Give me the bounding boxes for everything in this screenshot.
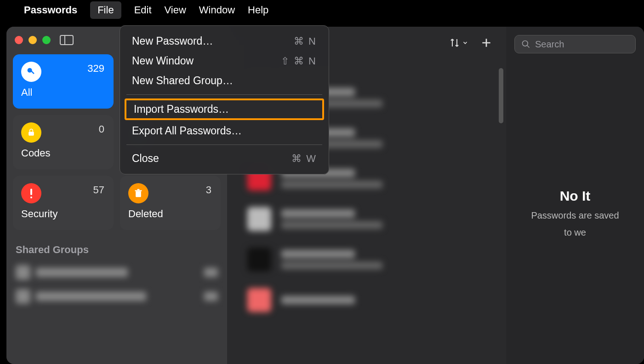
file-menu-dropdown: New Password…⌘ N New Window⇧ ⌘ N New Sha…	[120, 25, 329, 174]
shared-groups-header: Shared Groups	[13, 244, 221, 256]
card-deleted[interactable]: 3 Deleted	[120, 176, 221, 230]
trash-icon	[128, 183, 148, 203]
sort-button[interactable]	[449, 37, 468, 48]
menu-edit[interactable]: Edit	[134, 4, 152, 16]
password-item[interactable]	[247, 280, 506, 320]
card-security-count: 57	[93, 184, 104, 196]
card-codes-count: 0	[99, 123, 104, 135]
svg-rect-4	[30, 189, 32, 195]
card-deleted-label: Deleted	[128, 208, 212, 220]
svg-rect-7	[135, 190, 142, 191]
minimize-window-button[interactable]	[28, 36, 37, 44]
svg-point-0	[28, 68, 32, 73]
card-security[interactable]: 57 Security	[13, 176, 114, 230]
traffic-lights	[15, 36, 51, 44]
menu-window[interactable]: Window	[199, 4, 235, 16]
card-codes[interactable]: 0 Codes	[13, 115, 114, 169]
menu-new-window[interactable]: New Window⇧ ⌘ N	[120, 51, 329, 71]
svg-rect-2	[28, 132, 34, 135]
svg-rect-6	[136, 191, 141, 197]
card-all-count: 329	[87, 63, 104, 75]
svg-point-9	[523, 41, 528, 46]
close-window-button[interactable]	[15, 36, 23, 44]
add-button[interactable]	[480, 37, 492, 49]
empty-sub-2: to we	[564, 227, 586, 238]
menu-view[interactable]: View	[165, 4, 186, 16]
menu-import-passwords[interactable]: Import Passwords…	[125, 98, 324, 120]
key-icon	[21, 62, 41, 82]
search-icon	[521, 40, 530, 49]
search-input[interactable]: Search	[514, 35, 636, 53]
svg-point-5	[30, 196, 32, 198]
menu-export-passwords[interactable]: Export All Passwords…	[120, 121, 329, 141]
shared-groups-list	[13, 260, 221, 308]
shared-group-item[interactable]	[13, 260, 221, 284]
shared-group-item[interactable]	[13, 284, 221, 308]
menu-help[interactable]: Help	[248, 4, 268, 16]
menu-close[interactable]: Close⌘ W	[120, 149, 329, 168]
menu-file[interactable]: File	[90, 1, 121, 19]
card-security-label: Security	[21, 208, 105, 220]
warning-icon	[21, 183, 41, 203]
zoom-window-button[interactable]	[42, 36, 51, 44]
empty-state: No It Passwords are saved to we	[506, 62, 644, 364]
empty-sub-1: Passwords are saved	[531, 210, 619, 221]
menu-separator	[126, 94, 322, 95]
password-item[interactable]	[247, 199, 506, 239]
empty-heading: No It	[560, 188, 591, 204]
svg-rect-1	[31, 70, 34, 74]
menubar: Passwords File Edit View Window Help	[0, 0, 644, 20]
password-item[interactable]	[247, 239, 506, 280]
card-codes-label: Codes	[21, 147, 105, 159]
menu-separator	[126, 144, 322, 145]
search-placeholder: Search	[535, 39, 564, 50]
svg-rect-8	[137, 189, 140, 191]
lock-icon	[21, 122, 41, 143]
toggle-sidebar-icon[interactable]	[60, 35, 74, 45]
card-all[interactable]: 329 All	[13, 54, 114, 109]
menu-new-shared-group[interactable]: New Shared Group…	[120, 71, 329, 91]
card-all-label: All	[21, 87, 105, 98]
card-deleted-count: 3	[206, 184, 211, 196]
menu-new-password[interactable]: New Password…⌘ N	[120, 31, 329, 51]
app-name[interactable]: Passwords	[24, 4, 77, 16]
detail-pane: Search No It Passwords are saved to we	[506, 27, 644, 364]
